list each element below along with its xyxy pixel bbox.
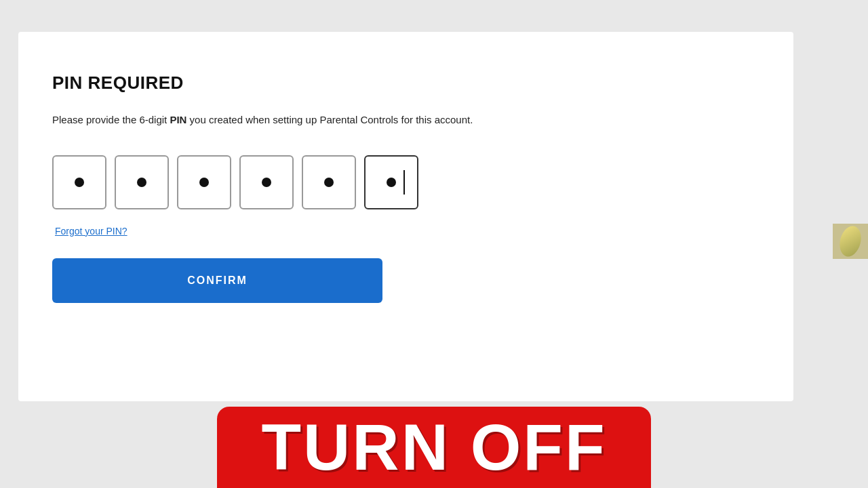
pin-dialog-card: PIN REQUIRED Please provide the 6-digit … [18, 32, 793, 401]
pin-description: Please provide the 6-digit PIN you creat… [52, 113, 760, 128]
turn-off-banner: TURN OFF [217, 407, 651, 488]
side-icon-container [833, 224, 868, 259]
pin-required-title: PIN REQUIRED [52, 73, 760, 94]
turn-off-text: TURN OFF [261, 415, 606, 480]
pin-cursor [403, 170, 405, 195]
pin-box-1[interactable] [52, 155, 106, 209]
pin-box-2[interactable] [115, 155, 169, 209]
pin-dot-5 [324, 178, 334, 187]
pin-dot-3 [199, 178, 209, 187]
side-oval-icon [837, 224, 865, 259]
pin-box-4[interactable] [239, 155, 294, 209]
pin-dot-6 [387, 178, 396, 187]
pin-dot-1 [75, 178, 84, 187]
pin-box-6[interactable] [364, 155, 418, 209]
pin-dot-4 [262, 178, 271, 187]
pin-box-5[interactable] [302, 155, 356, 209]
pin-box-3[interactable] [177, 155, 231, 209]
pin-input-group [52, 155, 760, 209]
pin-dot-2 [137, 178, 146, 187]
confirm-button[interactable]: CONFIRM [52, 258, 382, 303]
forgot-pin-link[interactable]: Forgot your PIN? [55, 226, 127, 237]
